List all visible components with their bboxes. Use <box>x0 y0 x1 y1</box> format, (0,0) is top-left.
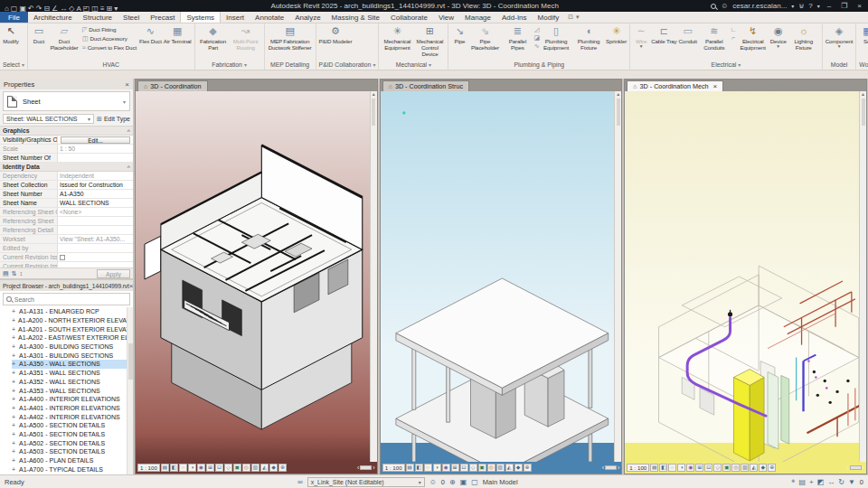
property-value[interactable] <box>58 226 133 234</box>
close-view-icon[interactable]: × <box>712 82 717 90</box>
apply-button[interactable]: Apply <box>97 269 130 278</box>
tab-analyze[interactable]: Analyze <box>289 12 326 23</box>
selection-filter-icon[interactable]: ▼ <box>848 478 855 486</box>
project-browser-header[interactable]: Project Browser - arch_buildings1_144104… <box>0 280 133 291</box>
lighting-fixture-button[interactable]: ☼Lighting Fixture <box>788 24 820 60</box>
visual-style-icon[interactable]: ◧ <box>659 464 667 472</box>
property-value[interactable]: Independent <box>58 172 133 180</box>
sheet-item[interactable]: +A1-A201 - SOUTH EXTERIOR ELEVATION <box>12 324 133 333</box>
properties-help-icon[interactable]: ▤ <box>3 270 9 277</box>
tab-collaborate[interactable]: Collaborate <box>385 12 433 23</box>
plumbing-fixture-button[interactable]: ◖Plumbing Fixture <box>572 24 605 60</box>
convert-to-flex-duct-button[interactable]: ≈Convert to Flex Duct <box>82 43 137 52</box>
sun-path-icon[interactable]: ☼ <box>424 464 432 472</box>
background-processes-icon[interactable]: ↻ <box>838 478 844 486</box>
visual-style-icon[interactable]: ◧ <box>415 464 423 472</box>
pipe-button[interactable]: ↘Pipe <box>450 24 468 60</box>
worksets-dropdown[interactable]: x_Link_Site (Not Editable) ▾ <box>307 477 425 487</box>
visual-style-icon[interactable]: ◧ <box>170 464 178 472</box>
minimize-button[interactable]: – <box>825 2 834 10</box>
close-button[interactable]: × <box>854 2 864 10</box>
conduit-fitting-icon[interactable]: ∟ <box>731 26 737 33</box>
crop-view-icon[interactable]: ⊞ <box>451 464 459 472</box>
sheet-item[interactable]: +A1-A501 - SECTION DETAILS <box>12 430 133 439</box>
electrical-equipment-button[interactable]: ↯Electrical Equipment <box>737 24 769 60</box>
tab-structure[interactable]: Structure <box>78 12 118 23</box>
properties-header[interactable]: Properties × <box>0 79 133 89</box>
conduit-button[interactable]: ▭Conduit <box>678 24 698 60</box>
search-input[interactable] <box>14 296 127 303</box>
expand-icon[interactable]: + <box>12 440 16 446</box>
close-properties-icon[interactable]: × <box>125 80 129 89</box>
temporary-hide-isolate-icon[interactable]: ▣ <box>478 464 486 472</box>
property-value[interactable]: WALL SECTIONS <box>58 199 133 207</box>
view-scale-button[interactable]: 1 : 100 <box>627 464 649 472</box>
expand-icon[interactable]: + <box>12 379 16 385</box>
scroll-up-icon[interactable]: ▲ <box>616 91 620 97</box>
shared-position-icon[interactable]: ⊕ <box>449 478 456 486</box>
property-value[interactable]: <None> <box>58 208 133 216</box>
vertical-scrollbar[interactable]: ▲ <box>859 91 866 462</box>
property-value[interactable]: Edit... <box>58 136 133 144</box>
temporary-view-properties-icon[interactable]: ▥ <box>741 464 749 472</box>
select-pinned-icon[interactable]: + <box>809 478 814 486</box>
scroll-up-icon[interactable]: ▲ <box>372 91 376 97</box>
tab-file[interactable]: File <box>0 12 28 23</box>
p-id-modeler-button[interactable]: ⚙P&ID Modeler <box>318 24 354 60</box>
air-terminal-button[interactable]: ▦Air Terminal <box>163 24 193 60</box>
expand-icon[interactable]: + <box>12 405 16 411</box>
expand-icon[interactable]: + <box>12 396 16 402</box>
highlight-displacement-sets-icon[interactable]: ◆ <box>759 464 767 472</box>
unlocked-3d-view-icon[interactable]: ◇ <box>713 464 722 472</box>
temporary-view-properties-icon[interactable]: ▥ <box>496 464 505 472</box>
editable-only-icon[interactable]: ☺ <box>429 478 437 486</box>
horizontal-scrollbar[interactable]: ‹› <box>846 465 864 471</box>
property-group-graphics[interactable]: Graphics^ <box>0 127 133 136</box>
sheet-item[interactable]: +A1-A131 - ENLARGED RCP <box>12 307 133 316</box>
sort-ascending-icon[interactable]: ⇅ <box>12 270 17 277</box>
checkbox[interactable] <box>60 255 65 260</box>
view-scale-button[interactable]: 1 : 100 <box>382 464 405 472</box>
select-links-icon[interactable]: ⌖ <box>791 477 796 486</box>
select-underlay-icon[interactable]: ▤ <box>798 478 806 486</box>
unlocked-3d-view-icon[interactable]: ◇ <box>224 464 232 472</box>
tab-steel[interactable]: Steel <box>118 12 145 23</box>
panel-menu-icon[interactable]: ▾ <box>244 61 247 68</box>
show-analytical-model-icon[interactable]: ◭ <box>505 464 514 472</box>
design-options-icon[interactable]: ▣ <box>460 478 467 486</box>
tab-add-ins[interactable]: Add-Ins <box>496 12 533 23</box>
ribbon-display-toggle-icon[interactable]: ⊡ <box>568 14 573 21</box>
show-crop-region-icon[interactable]: ⊡ <box>704 464 712 472</box>
mep-fabrication-ductwork-stiffener-button[interactable]: ▤MEP Fabrication Ductwork Stiffener <box>267 24 314 60</box>
view-scale-button[interactable]: 1 : 100 <box>137 464 160 472</box>
pipe-accessory-icon[interactable]: ◪ <box>533 34 540 42</box>
crop-view-icon[interactable]: ⊞ <box>695 464 703 472</box>
shadows-icon[interactable]: ◑ <box>433 464 441 472</box>
view-tab[interactable]: ⌂ 3D - Coordination <box>137 80 208 91</box>
panel-menu-icon[interactable]: ▾ <box>738 61 741 68</box>
parallel-conduits-button[interactable]: ≋Parallel Conduits <box>698 24 731 60</box>
highlight-displacement-sets-icon[interactable]: ◆ <box>514 464 523 472</box>
unlocked-3d-view-icon[interactable]: ◇ <box>469 464 477 472</box>
vertical-scrollbar[interactable]: ▲ <box>614 91 621 462</box>
duct-fitting-button[interactable]: ◸Duct Fitting <box>82 25 137 33</box>
rendering-dialog-icon[interactable]: ◉ <box>442 464 450 472</box>
tab-systems[interactable]: Systems <box>180 12 221 23</box>
property-value[interactable]: 1 : 50 <box>58 145 133 153</box>
viewport-canvas[interactable]: ▲ <box>625 91 866 462</box>
rendering-dialog-icon[interactable]: ◉ <box>197 464 205 472</box>
reveal-hidden-elements-icon[interactable]: ◎ <box>242 464 250 472</box>
pipe-fitting-icon[interactable]: ◿ <box>533 26 540 33</box>
sun-path-icon[interactable]: ☼ <box>179 464 187 472</box>
sprinkler-button[interactable]: ✳Sprinkler <box>605 24 627 60</box>
property-value[interactable] <box>58 262 133 267</box>
panel-menu-icon[interactable]: ▾ <box>22 61 24 68</box>
sheet-item[interactable]: +A1-A200 - NORTH EXTERIOR ELEVATION <box>12 316 133 325</box>
pipe-placeholder-button[interactable]: ⇘Pipe Placeholder <box>468 24 501 60</box>
viewport-canvas[interactable]: ▲ <box>381 91 622 462</box>
sheet-item[interactable]: +A1-A503 - SECTION DETAILS <box>12 447 133 456</box>
duct-button[interactable]: ▭Duct <box>30 24 48 60</box>
duct-accessory-button[interactable]: ◫Duct Accessory <box>82 34 137 42</box>
ribbon-display-menu-icon[interactable]: ▾ <box>576 14 580 21</box>
sun-path-icon[interactable]: ☼ <box>668 464 676 472</box>
